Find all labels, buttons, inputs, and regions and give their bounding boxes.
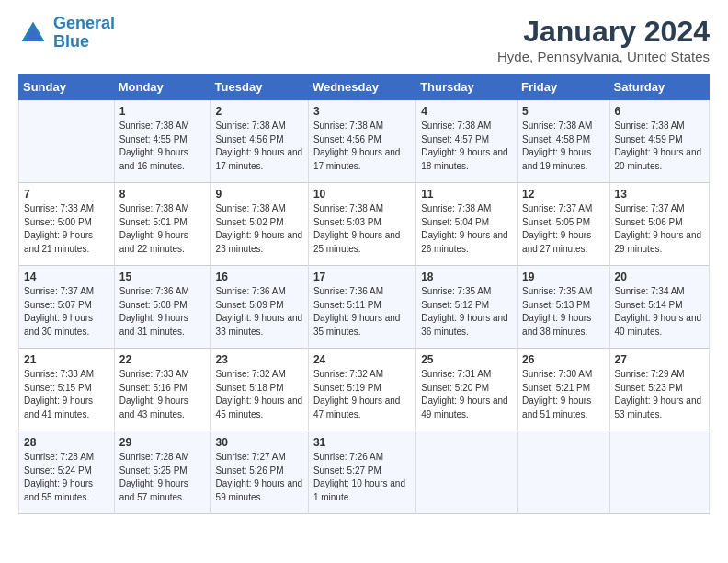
- day-number: 12: [522, 188, 604, 201]
- weekday-header: Monday: [114, 75, 210, 100]
- day-info: Sunrise: 7:38 AMSunset: 5:04 PMDaylight:…: [421, 202, 512, 256]
- sunrise-text: Sunrise: 7:31 AM: [421, 369, 491, 379]
- day-number: 15: [119, 270, 206, 283]
- sunset-text: Sunset: 5:21 PM: [522, 383, 590, 393]
- day-number: 2: [216, 105, 303, 118]
- daylight-text: Daylight: 9 hours and 27 minutes.: [522, 230, 591, 254]
- sunset-text: Sunset: 5:12 PM: [421, 300, 489, 310]
- sunset-text: Sunset: 5:11 PM: [313, 300, 381, 310]
- daylight-text: Daylight: 9 hours and 31 minutes.: [119, 313, 188, 337]
- sunrise-text: Sunrise: 7:36 AM: [119, 286, 189, 296]
- sunrise-text: Sunrise: 7:38 AM: [313, 121, 383, 131]
- daylight-text: Daylight: 9 hours and 29 minutes.: [615, 230, 702, 254]
- calendar-table: SundayMondayTuesdayWednesdayThursdayFrid…: [18, 74, 710, 514]
- calendar-cell: 25Sunrise: 7:31 AMSunset: 5:20 PMDayligh…: [416, 349, 518, 431]
- daylight-text: Daylight: 9 hours and 36 minutes.: [421, 313, 508, 337]
- daylight-text: Daylight: 9 hours and 17 minutes.: [216, 147, 303, 171]
- sunset-text: Sunset: 4:59 PM: [615, 134, 683, 144]
- daylight-text: Daylight: 9 hours and 17 minutes.: [313, 147, 401, 171]
- day-info: Sunrise: 7:33 AMSunset: 5:16 PMDaylight:…: [119, 368, 206, 421]
- day-number: 11: [421, 188, 512, 201]
- sunset-text: Sunset: 5:24 PM: [24, 465, 92, 476]
- calendar-cell: 14Sunrise: 7:37 AMSunset: 5:07 PMDayligh…: [19, 266, 115, 349]
- sunrise-text: Sunrise: 7:35 AM: [522, 286, 592, 296]
- calendar-body: 1Sunrise: 7:38 AMSunset: 4:55 PMDaylight…: [19, 100, 710, 514]
- sunset-text: Sunset: 4:56 PM: [216, 134, 284, 144]
- day-info: Sunrise: 7:29 AMSunset: 5:23 PMDaylight:…: [615, 368, 704, 421]
- sunset-text: Sunset: 5:23 PM: [615, 383, 683, 393]
- daylight-text: Daylight: 9 hours and 53 minutes.: [615, 396, 702, 419]
- sunset-text: Sunset: 5:00 PM: [24, 217, 92, 227]
- page-header: General Blue January 2024 Hyde, Pennsylv…: [18, 15, 710, 64]
- calendar-cell: 22Sunrise: 7:33 AMSunset: 5:16 PMDayligh…: [114, 349, 210, 431]
- calendar-header: SundayMondayTuesdayWednesdayThursdayFrid…: [19, 75, 710, 100]
- calendar-cell: 3Sunrise: 7:38 AMSunset: 4:56 PMDaylight…: [308, 100, 415, 183]
- day-number: 27: [615, 353, 704, 366]
- calendar-week-row: 7Sunrise: 7:38 AMSunset: 5:00 PMDaylight…: [19, 183, 710, 266]
- weekday-header: Thursday: [416, 75, 518, 100]
- calendar-cell: 19Sunrise: 7:35 AMSunset: 5:13 PMDayligh…: [518, 266, 609, 349]
- sunset-text: Sunset: 5:02 PM: [216, 217, 284, 227]
- day-info: Sunrise: 7:35 AMSunset: 5:13 PMDaylight:…: [522, 285, 604, 339]
- sunrise-text: Sunrise: 7:38 AM: [216, 203, 286, 213]
- calendar-cell: [609, 431, 709, 514]
- sunset-text: Sunset: 4:57 PM: [421, 134, 489, 144]
- daylight-text: Daylight: 9 hours and 55 minutes.: [24, 478, 93, 502]
- daylight-text: Daylight: 9 hours and 20 minutes.: [615, 147, 702, 171]
- day-number: 8: [119, 188, 206, 201]
- day-number: 7: [24, 188, 109, 201]
- day-info: Sunrise: 7:36 AMSunset: 5:09 PMDaylight:…: [216, 285, 303, 339]
- sunset-text: Sunset: 5:25 PM: [119, 465, 188, 476]
- day-info: Sunrise: 7:36 AMSunset: 5:11 PMDaylight:…: [313, 285, 411, 339]
- day-info: Sunrise: 7:28 AMSunset: 5:24 PMDaylight:…: [24, 451, 109, 504]
- logo-line2: Blue: [53, 32, 89, 51]
- calendar-week-row: 14Sunrise: 7:37 AMSunset: 5:07 PMDayligh…: [19, 266, 710, 349]
- sunrise-text: Sunrise: 7:33 AM: [119, 369, 189, 379]
- day-number: 23: [216, 353, 303, 366]
- calendar-cell: 24Sunrise: 7:32 AMSunset: 5:19 PMDayligh…: [308, 349, 415, 431]
- calendar-cell: 31Sunrise: 7:26 AMSunset: 5:27 PMDayligh…: [308, 431, 415, 514]
- sunset-text: Sunset: 5:05 PM: [522, 217, 590, 227]
- calendar-cell: 9Sunrise: 7:38 AMSunset: 5:02 PMDaylight…: [210, 183, 308, 266]
- daylight-text: Daylight: 9 hours and 41 minutes.: [24, 396, 93, 419]
- weekday-header: Wednesday: [308, 75, 415, 100]
- day-info: Sunrise: 7:28 AMSunset: 5:25 PMDaylight:…: [119, 451, 206, 504]
- day-info: Sunrise: 7:34 AMSunset: 5:14 PMDaylight:…: [615, 285, 704, 339]
- daylight-text: Daylight: 9 hours and 49 minutes.: [421, 396, 508, 419]
- sunset-text: Sunset: 4:56 PM: [313, 134, 381, 144]
- calendar-cell: 16Sunrise: 7:36 AMSunset: 5:09 PMDayligh…: [210, 266, 308, 349]
- sunset-text: Sunset: 5:07 PM: [24, 300, 92, 310]
- day-number: 6: [615, 105, 704, 118]
- day-info: Sunrise: 7:27 AMSunset: 5:26 PMDaylight:…: [216, 451, 303, 504]
- day-number: 4: [421, 105, 512, 118]
- sunrise-text: Sunrise: 7:38 AM: [421, 121, 491, 131]
- weekday-header: Friday: [518, 75, 609, 100]
- daylight-text: Daylight: 9 hours and 51 minutes.: [522, 396, 591, 419]
- sunrise-text: Sunrise: 7:32 AM: [216, 369, 286, 379]
- day-number: 26: [522, 353, 604, 366]
- daylight-text: Daylight: 9 hours and 23 minutes.: [216, 230, 303, 254]
- day-number: 17: [313, 270, 411, 283]
- sunset-text: Sunset: 5:15 PM: [24, 383, 92, 393]
- calendar-week-row: 21Sunrise: 7:33 AMSunset: 5:15 PMDayligh…: [19, 349, 710, 431]
- day-number: 10: [313, 188, 411, 201]
- day-info: Sunrise: 7:38 AMSunset: 4:56 PMDaylight:…: [216, 120, 303, 173]
- weekday-header: Tuesday: [210, 75, 308, 100]
- sunrise-text: Sunrise: 7:38 AM: [119, 203, 189, 213]
- day-number: 1: [119, 105, 206, 118]
- day-info: Sunrise: 7:38 AMSunset: 4:59 PMDaylight:…: [615, 120, 704, 173]
- day-number: 3: [313, 105, 411, 118]
- sunset-text: Sunset: 5:20 PM: [421, 383, 489, 393]
- day-number: 20: [615, 270, 704, 283]
- day-info: Sunrise: 7:38 AMSunset: 4:57 PMDaylight:…: [421, 120, 512, 173]
- logo-icon: [18, 18, 48, 48]
- day-info: Sunrise: 7:38 AMSunset: 5:01 PMDaylight:…: [119, 202, 206, 256]
- sunrise-text: Sunrise: 7:37 AM: [522, 203, 592, 213]
- daylight-text: Daylight: 9 hours and 43 minutes.: [119, 396, 188, 419]
- day-info: Sunrise: 7:30 AMSunset: 5:21 PMDaylight:…: [522, 368, 604, 421]
- daylight-text: Daylight: 9 hours and 59 minutes.: [216, 478, 303, 502]
- sunset-text: Sunset: 5:26 PM: [216, 465, 284, 476]
- calendar-cell: [518, 431, 609, 514]
- daylight-text: Daylight: 9 hours and 47 minutes.: [313, 396, 401, 419]
- sunset-text: Sunset: 4:58 PM: [522, 134, 590, 144]
